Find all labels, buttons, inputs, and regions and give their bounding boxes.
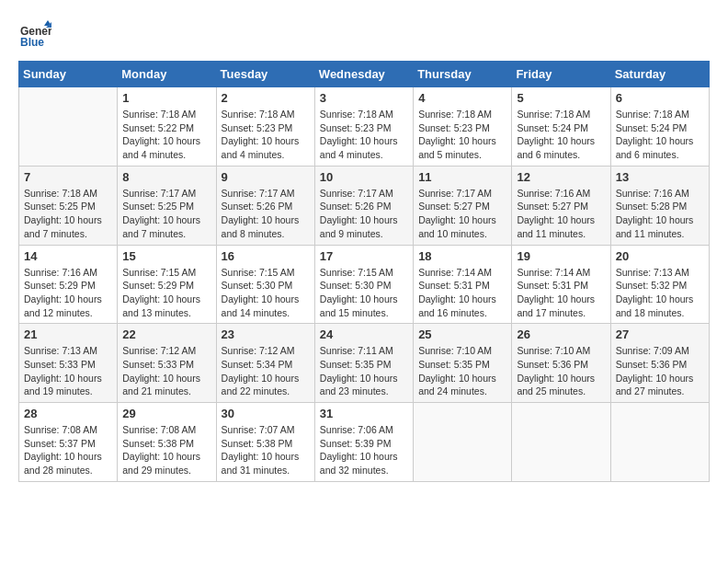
calendar-cell: 23Sunrise: 7:12 AM Sunset: 5:34 PM Dayli… [216, 324, 314, 403]
day-info: Sunrise: 7:10 AM Sunset: 5:36 PM Dayligh… [517, 344, 605, 398]
calendar-cell: 14Sunrise: 7:16 AM Sunset: 5:29 PM Dayli… [19, 245, 118, 324]
day-number: 9 [222, 170, 310, 184]
calendar-week-row: 14Sunrise: 7:16 AM Sunset: 5:29 PM Dayli… [19, 245, 710, 324]
calendar-cell: 25Sunrise: 7:10 AM Sunset: 5:35 PM Dayli… [414, 324, 512, 403]
calendar-table: SundayMondayTuesdayWednesdayThursdayFrid… [18, 61, 710, 482]
weekday-header-monday: Monday [118, 62, 216, 87]
day-info: Sunrise: 7:16 AM Sunset: 5:28 PM Dayligh… [616, 187, 704, 241]
day-number: 25 [418, 327, 506, 341]
weekday-header-thursday: Thursday [414, 62, 512, 87]
calendar-cell: 5Sunrise: 7:18 AM Sunset: 5:24 PM Daylig… [512, 87, 610, 167]
day-info: Sunrise: 7:07 AM Sunset: 5:38 PM Dayligh… [222, 423, 310, 477]
day-number: 10 [320, 170, 408, 184]
weekday-header-friday: Friday [512, 62, 610, 87]
day-number: 11 [418, 170, 506, 184]
calendar-cell: 24Sunrise: 7:11 AM Sunset: 5:35 PM Dayli… [314, 324, 413, 403]
day-number: 14 [24, 249, 112, 263]
day-number: 22 [122, 327, 210, 341]
calendar-cell: 1Sunrise: 7:18 AM Sunset: 5:22 PM Daylig… [118, 87, 216, 167]
day-number: 31 [320, 407, 408, 420]
day-info: Sunrise: 7:08 AM Sunset: 5:38 PM Dayligh… [122, 423, 210, 477]
day-number: 15 [122, 249, 210, 263]
day-info: Sunrise: 7:12 AM Sunset: 5:34 PM Dayligh… [222, 344, 310, 398]
calendar-cell: 16Sunrise: 7:15 AM Sunset: 5:30 PM Dayli… [216, 245, 314, 324]
weekday-header-sunday: Sunday [19, 62, 118, 87]
day-info: Sunrise: 7:16 AM Sunset: 5:27 PM Dayligh… [517, 187, 605, 241]
weekday-header-saturday: Saturday [610, 62, 709, 87]
calendar-cell: 11Sunrise: 7:17 AM Sunset: 5:27 PM Dayli… [414, 166, 512, 245]
calendar-cell: 27Sunrise: 7:09 AM Sunset: 5:36 PM Dayli… [610, 324, 709, 403]
calendar-week-row: 1Sunrise: 7:18 AM Sunset: 5:22 PM Daylig… [19, 87, 710, 167]
day-info: Sunrise: 7:18 AM Sunset: 5:22 PM Dayligh… [122, 108, 210, 162]
calendar-cell [414, 403, 512, 482]
calendar-cell: 21Sunrise: 7:13 AM Sunset: 5:33 PM Dayli… [19, 324, 118, 403]
calendar-cell: 7Sunrise: 7:18 AM Sunset: 5:25 PM Daylig… [19, 166, 118, 245]
day-info: Sunrise: 7:18 AM Sunset: 5:23 PM Dayligh… [222, 108, 310, 162]
calendar-week-row: 28Sunrise: 7:08 AM Sunset: 5:37 PM Dayli… [19, 403, 710, 482]
day-info: Sunrise: 7:15 AM Sunset: 5:29 PM Dayligh… [122, 266, 210, 320]
day-number: 21 [24, 327, 112, 341]
day-number: 6 [616, 91, 704, 105]
calendar-cell: 13Sunrise: 7:16 AM Sunset: 5:28 PM Dayli… [610, 166, 709, 245]
day-number: 4 [418, 91, 506, 105]
day-info: Sunrise: 7:14 AM Sunset: 5:31 PM Dayligh… [517, 266, 605, 320]
calendar-cell: 19Sunrise: 7:14 AM Sunset: 5:31 PM Dayli… [512, 245, 610, 324]
day-info: Sunrise: 7:09 AM Sunset: 5:36 PM Dayligh… [616, 344, 704, 398]
day-number: 20 [616, 249, 704, 263]
day-info: Sunrise: 7:18 AM Sunset: 5:24 PM Dayligh… [616, 108, 704, 162]
day-number: 23 [222, 327, 310, 341]
calendar-cell: 3Sunrise: 7:18 AM Sunset: 5:23 PM Daylig… [314, 87, 413, 167]
calendar-cell: 17Sunrise: 7:15 AM Sunset: 5:30 PM Dayli… [314, 245, 413, 324]
calendar-cell [610, 403, 709, 482]
calendar-cell: 10Sunrise: 7:17 AM Sunset: 5:26 PM Dayli… [314, 166, 413, 245]
day-number: 5 [517, 91, 605, 105]
calendar-cell: 4Sunrise: 7:18 AM Sunset: 5:23 PM Daylig… [414, 87, 512, 167]
weekday-header-tuesday: Tuesday [216, 62, 314, 87]
day-number: 18 [418, 249, 506, 263]
day-info: Sunrise: 7:13 AM Sunset: 5:33 PM Dayligh… [24, 344, 112, 398]
day-number: 7 [24, 170, 112, 184]
day-info: Sunrise: 7:17 AM Sunset: 5:26 PM Dayligh… [320, 187, 408, 241]
day-info: Sunrise: 7:18 AM Sunset: 5:24 PM Dayligh… [517, 108, 605, 162]
day-number: 29 [122, 407, 210, 420]
day-info: Sunrise: 7:15 AM Sunset: 5:30 PM Dayligh… [320, 266, 408, 320]
day-info: Sunrise: 7:18 AM Sunset: 5:23 PM Dayligh… [418, 108, 506, 162]
day-info: Sunrise: 7:15 AM Sunset: 5:30 PM Dayligh… [222, 266, 310, 320]
calendar-cell: 6Sunrise: 7:18 AM Sunset: 5:24 PM Daylig… [610, 87, 709, 167]
day-number: 27 [616, 327, 704, 341]
day-info: Sunrise: 7:08 AM Sunset: 5:37 PM Dayligh… [24, 423, 112, 477]
calendar-cell [19, 87, 118, 167]
day-info: Sunrise: 7:06 AM Sunset: 5:39 PM Dayligh… [320, 423, 408, 477]
calendar-cell: 28Sunrise: 7:08 AM Sunset: 5:37 PM Dayli… [19, 403, 118, 482]
day-number: 24 [320, 327, 408, 341]
day-info: Sunrise: 7:10 AM Sunset: 5:35 PM Dayligh… [418, 344, 506, 398]
calendar-cell: 30Sunrise: 7:07 AM Sunset: 5:38 PM Dayli… [216, 403, 314, 482]
calendar-week-row: 21Sunrise: 7:13 AM Sunset: 5:33 PM Dayli… [19, 324, 710, 403]
day-number: 12 [517, 170, 605, 184]
logo-icon: General Blue [18, 18, 51, 52]
calendar-cell [512, 403, 610, 482]
calendar-cell: 20Sunrise: 7:13 AM Sunset: 5:32 PM Dayli… [610, 245, 709, 324]
calendar-cell: 18Sunrise: 7:14 AM Sunset: 5:31 PM Dayli… [414, 245, 512, 324]
calendar-cell: 29Sunrise: 7:08 AM Sunset: 5:38 PM Dayli… [118, 403, 216, 482]
calendar-week-row: 7Sunrise: 7:18 AM Sunset: 5:25 PM Daylig… [19, 166, 710, 245]
calendar-cell: 2Sunrise: 7:18 AM Sunset: 5:23 PM Daylig… [216, 87, 314, 167]
day-info: Sunrise: 7:18 AM Sunset: 5:25 PM Dayligh… [24, 187, 112, 241]
calendar-cell: 15Sunrise: 7:15 AM Sunset: 5:29 PM Dayli… [118, 245, 216, 324]
day-number: 1 [122, 91, 210, 105]
calendar-cell: 22Sunrise: 7:12 AM Sunset: 5:33 PM Dayli… [118, 324, 216, 403]
calendar-cell: 8Sunrise: 7:17 AM Sunset: 5:25 PM Daylig… [118, 166, 216, 245]
logo: General Blue [18, 18, 55, 52]
day-number: 30 [222, 407, 310, 420]
day-number: 13 [616, 170, 704, 184]
page-header: General Blue [18, 18, 710, 52]
svg-text:Blue: Blue [20, 36, 44, 49]
calendar-cell: 31Sunrise: 7:06 AM Sunset: 5:39 PM Dayli… [314, 403, 413, 482]
day-info: Sunrise: 7:12 AM Sunset: 5:33 PM Dayligh… [122, 344, 210, 398]
weekday-header-wednesday: Wednesday [314, 62, 413, 87]
day-info: Sunrise: 7:17 AM Sunset: 5:26 PM Dayligh… [222, 187, 310, 241]
day-number: 17 [320, 249, 408, 263]
weekday-header-row: SundayMondayTuesdayWednesdayThursdayFrid… [19, 62, 710, 87]
calendar-cell: 26Sunrise: 7:10 AM Sunset: 5:36 PM Dayli… [512, 324, 610, 403]
day-number: 3 [320, 91, 408, 105]
